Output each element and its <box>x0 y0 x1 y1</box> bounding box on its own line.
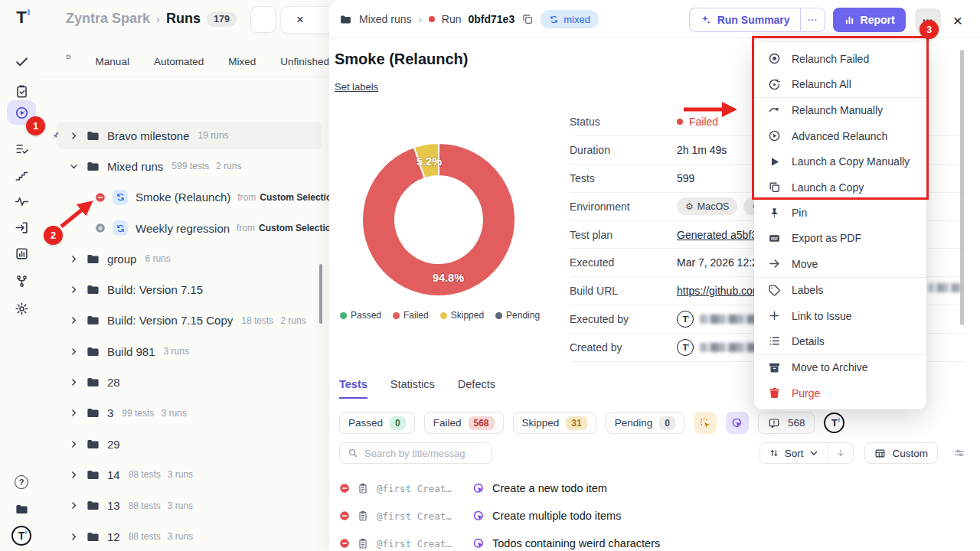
legend-item-passed[interactable]: Passed <box>340 310 381 321</box>
tree-row[interactable]: 3 99 tests3 runs <box>43 398 329 429</box>
play-circle-icon <box>15 106 29 120</box>
custom-columns-button[interactable]: Custom <box>864 442 938 464</box>
legend-item-skipped[interactable]: Skipped <box>440 310 484 321</box>
sidebar-item-tests[interactable] <box>7 49 36 73</box>
pulse-icon <box>15 194 29 209</box>
runs-board-icon[interactable] <box>66 54 71 68</box>
report-button[interactable]: Report <box>833 8 906 32</box>
chevron-right-icon[interactable] <box>69 347 79 357</box>
sidebar-item-activity[interactable] <box>7 189 36 214</box>
tree-row[interactable]: Build: Version 7.15 <box>43 274 329 305</box>
sidebar-item-account[interactable]: T <box>7 523 36 548</box>
sidebar-item-steps[interactable] <box>7 163 36 187</box>
filter-chip-skipped[interactable]: Skipped 31 <box>513 412 596 434</box>
menu-item-relaunch-all[interactable]: Relaunch All <box>754 71 926 96</box>
chevron-down-icon[interactable] <box>69 161 79 171</box>
chevron-right-icon[interactable] <box>69 439 79 449</box>
tree-row[interactable]: 29 <box>43 429 329 459</box>
filter-chip-flaky[interactable] <box>694 412 717 434</box>
sidebar-item-projects[interactable] <box>7 497 36 521</box>
menu-item-move-to-archive[interactable]: Move to Archive <box>754 355 926 380</box>
filter-chip-passed[interactable]: Passed 0 <box>339 412 415 434</box>
folder-icon <box>86 375 100 390</box>
tree-row[interactable]: 12 88 tests3 runs <box>43 521 329 551</box>
tree-row[interactable]: Bravo milestone 19 runs <box>43 120 329 151</box>
test-row[interactable]: @first Creat… Todos containing weird cha… <box>339 530 970 551</box>
tab-manual[interactable]: Manual <box>96 56 129 67</box>
tree-row[interactable]: 13 88 tests3 runs <box>43 491 329 521</box>
chevron-right-icon[interactable] <box>69 315 79 325</box>
run-summary-more-button[interactable] <box>800 8 825 32</box>
page-title: Runs <box>166 11 201 27</box>
sidebar-item-analytics[interactable] <box>7 241 36 266</box>
chevron-right-icon[interactable] <box>69 254 79 264</box>
search-input[interactable] <box>364 448 484 459</box>
set-labels-link[interactable]: Set labels <box>335 81 378 93</box>
app-logo[interactable]: T <box>0 8 43 28</box>
comments-filter-chip[interactable]: 568 <box>758 412 815 434</box>
filter-chip-pending[interactable]: Pending 0 <box>606 412 684 434</box>
menu-item-labels[interactable]: Labels <box>754 278 926 303</box>
tab-mixed[interactable]: Mixed <box>228 56 256 67</box>
menu-item-relaunch-manually[interactable]: Relaunch Manually <box>754 98 926 123</box>
run-summary-button[interactable]: Run Summary <box>689 8 800 32</box>
assignee-avatar[interactable]: T <box>824 412 844 433</box>
sort-direction-button[interactable] <box>828 443 853 463</box>
tree-item-label: 29 <box>107 438 120 451</box>
sidebar-item-help[interactable]: ? <box>7 470 36 494</box>
chevron-right-icon[interactable] <box>69 377 79 387</box>
menu-item-purge[interactable]: Purge <box>754 380 926 406</box>
menu-item-launch-a-copy[interactable]: Launch a Copy <box>754 174 926 200</box>
filter-chip-failed[interactable]: Failed 568 <box>424 412 504 434</box>
tree-row[interactable]: Build: Version 7.15 Copy 18 tests2 runs <box>43 305 329 336</box>
menu-item-export-as-pdf[interactable]: PDF Export as PDF <box>754 226 926 251</box>
tree-scrollbar[interactable] <box>319 264 322 324</box>
menu-item-move[interactable]: Move <box>754 251 926 276</box>
sidebar-item-branches[interactable] <box>7 269 36 293</box>
filter-button[interactable] <box>250 6 276 33</box>
field-link[interactable]: https://github.com/ <box>677 285 764 297</box>
tree-run-row[interactable]: Weekly regression from Custom Selection <box>43 213 329 243</box>
tree-row[interactable]: Mixed runs 599 tests2 runs <box>43 151 329 181</box>
copy-icon[interactable] <box>521 13 534 25</box>
sidebar-item-plans[interactable] <box>7 136 36 161</box>
sidebar-item-settings[interactable] <box>7 296 36 321</box>
sort-button[interactable]: Sort <box>760 443 829 463</box>
tree-row[interactable]: Build 981 3 runs <box>43 336 329 367</box>
tree-row[interactable]: 28 <box>43 367 329 397</box>
menu-item-details[interactable]: Details <box>754 328 926 354</box>
menu-item-launch-a-copy-manually[interactable]: Launch a Copy Manually <box>754 149 926 174</box>
chevron-right-icon[interactable] <box>69 408 79 418</box>
tests-list: @first Creat… Create a new todo item @fi… <box>339 474 970 551</box>
tree-row[interactable]: 14 88 tests3 runs <box>43 459 329 490</box>
tree-run-row[interactable]: Smoke (Relaunch) from Custom Selection <box>43 182 329 213</box>
chevron-right-icon[interactable] <box>69 131 79 141</box>
chevron-right-icon[interactable] <box>69 500 79 510</box>
legend-item-pending[interactable]: Pending <box>495 310 540 321</box>
menu-item-advanced-relaunch[interactable]: Advanced Relaunch <box>754 123 926 148</box>
menu-item-pin[interactable]: Pin <box>754 200 926 225</box>
clear-filter-button[interactable]: × <box>280 6 329 34</box>
view-settings-button[interactable] <box>949 442 970 464</box>
tree-row[interactable]: group 6 runs <box>43 243 329 274</box>
close-panel-icon[interactable]: × <box>953 12 962 28</box>
run-type-badge[interactable]: mixed <box>541 10 599 28</box>
project-name[interactable]: Zyntra Spark <box>66 11 150 27</box>
filter-chip-automated[interactable] <box>726 412 749 434</box>
chevron-right-icon[interactable] <box>69 470 79 480</box>
chevron-right-icon[interactable] <box>69 532 79 542</box>
test-row[interactable]: @first Creat… Create multiple todo items <box>339 502 970 530</box>
environment-chip[interactable]: ⚙MacOS <box>677 197 737 215</box>
tab-unfinished[interactable]: Unfinished <box>280 56 329 67</box>
test-row[interactable]: @first Creat… Create a new todo item <box>339 474 970 502</box>
tab-tests[interactable]: Tests <box>339 378 368 399</box>
menu-item-link-to-issue[interactable]: Link to Issue <box>754 303 926 328</box>
chevron-right-icon[interactable] <box>69 285 79 295</box>
tab-automated[interactable]: Automated <box>154 56 204 67</box>
sidebar-item-import[interactable] <box>7 215 36 240</box>
tab-statistics[interactable]: Statistics <box>390 378 435 399</box>
tab-defects[interactable]: Defects <box>458 378 495 399</box>
menu-item-relaunch-failed[interactable]: Relaunch Failed <box>754 46 926 71</box>
breadcrumb-folder[interactable]: Mixed runs <box>359 13 411 25</box>
legend-item-failed[interactable]: Failed <box>393 310 429 321</box>
